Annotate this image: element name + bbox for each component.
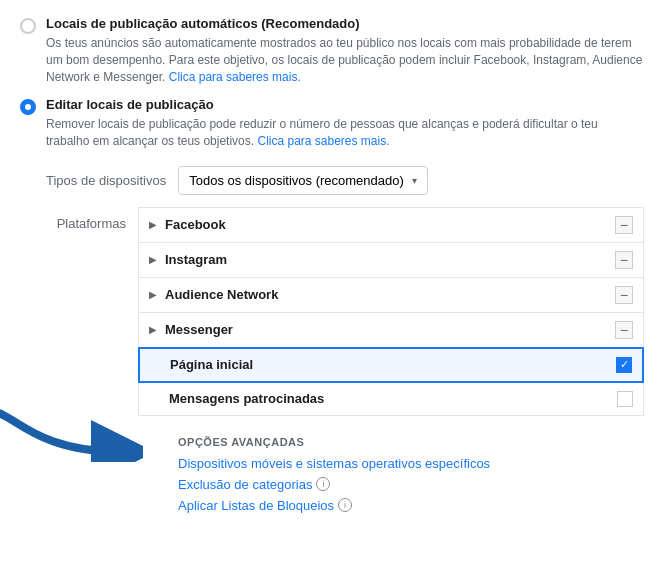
annotation-arrow: [0, 402, 143, 462]
messenger-expand-icon[interactable]: ▶: [149, 324, 157, 335]
category-exclusion-link-row: Exclusão de categorias i: [178, 477, 644, 492]
device-type-label: Tipos de dispositivos: [46, 173, 166, 188]
audience-network-remove-btn[interactable]: −: [615, 286, 633, 304]
specific-devices-link-row: Dispositivos móveis e sistemas operativo…: [178, 456, 644, 471]
audience-network-platform-name: Audience Network: [165, 287, 615, 302]
advanced-title: OPÇÕES AVANÇADAS: [178, 436, 644, 448]
facebook-platform-item: ▶ Facebook −: [138, 207, 644, 242]
advanced-section: OPÇÕES AVANÇADAS Dispositivos móveis e s…: [178, 436, 644, 513]
mensagens-patrocinadas-item: Mensagens patrocinadas: [138, 383, 644, 416]
auto-option-title: Locais de publicação automáticos (Recome…: [46, 16, 644, 31]
block-lists-info-icon[interactable]: i: [338, 498, 352, 512]
device-type-row: Tipos de dispositivos Todos os dispositi…: [46, 166, 644, 195]
device-type-dropdown[interactable]: Todos os dispositivos (recomendado) ▾: [178, 166, 428, 195]
manual-placement-option: Editar locais de publicação Remover loca…: [20, 97, 644, 519]
audience-network-expand-icon[interactable]: ▶: [149, 289, 157, 300]
auto-option-desc: Os teus anúncios são automaticamente mos…: [46, 35, 644, 85]
instagram-platform-item: ▶ Instagram −: [138, 242, 644, 277]
facebook-remove-btn[interactable]: −: [615, 216, 633, 234]
facebook-platform-name: Facebook: [165, 217, 615, 232]
mensagens-patrocinadas-checkbox[interactable]: [617, 391, 633, 407]
block-lists-link[interactable]: Aplicar Listas de Bloqueios: [178, 498, 334, 513]
manual-learn-more-link[interactable]: Clica para saberes mais.: [257, 134, 389, 148]
manual-option-desc: Remover locais de publicação pode reduzi…: [46, 116, 644, 150]
specific-devices-link[interactable]: Dispositivos móveis e sistemas operativo…: [178, 456, 490, 471]
instagram-remove-btn[interactable]: −: [615, 251, 633, 269]
platforms-list: ▶ Facebook − ▶ Instagram − ▶ Audience Ne…: [138, 207, 644, 519]
mensagens-patrocinadas-name: Mensagens patrocinadas: [169, 391, 617, 406]
category-exclusion-info-icon[interactable]: i: [316, 477, 330, 491]
messenger-platform-name: Messenger: [165, 322, 615, 337]
auto-placement-option: Locais de publicação automáticos (Recome…: [20, 16, 644, 85]
pagina-inicial-name: Página inicial: [170, 357, 616, 372]
instagram-expand-icon[interactable]: ▶: [149, 254, 157, 265]
dropdown-chevron-icon: ▾: [412, 175, 417, 186]
auto-learn-more-link[interactable]: Clica para saberes mais.: [169, 70, 301, 84]
messenger-remove-btn[interactable]: −: [615, 321, 633, 339]
manual-option-content: Editar locais de publicação Remover loca…: [46, 97, 644, 519]
block-lists-link-row: Aplicar Listas de Bloqueios i: [178, 498, 644, 513]
messenger-platform-item: ▶ Messenger −: [138, 312, 644, 347]
pagina-inicial-checkbox[interactable]: ✓: [616, 357, 632, 373]
auto-option-content: Locais de publicação automáticos (Recome…: [46, 16, 644, 85]
auto-radio[interactable]: [20, 18, 36, 34]
pagina-inicial-item: Página inicial ✓: [138, 347, 644, 383]
platforms-row: Plataformas ▶ Facebook −: [46, 207, 644, 519]
manual-option-title: Editar locais de publicação: [46, 97, 644, 112]
category-exclusion-link[interactable]: Exclusão de categorias: [178, 477, 312, 492]
audience-network-platform-item: ▶ Audience Network −: [138, 277, 644, 312]
platforms-label: Plataformas: [46, 207, 126, 231]
facebook-expand-icon[interactable]: ▶: [149, 219, 157, 230]
instagram-platform-name: Instagram: [165, 252, 615, 267]
manual-radio[interactable]: [20, 99, 36, 115]
